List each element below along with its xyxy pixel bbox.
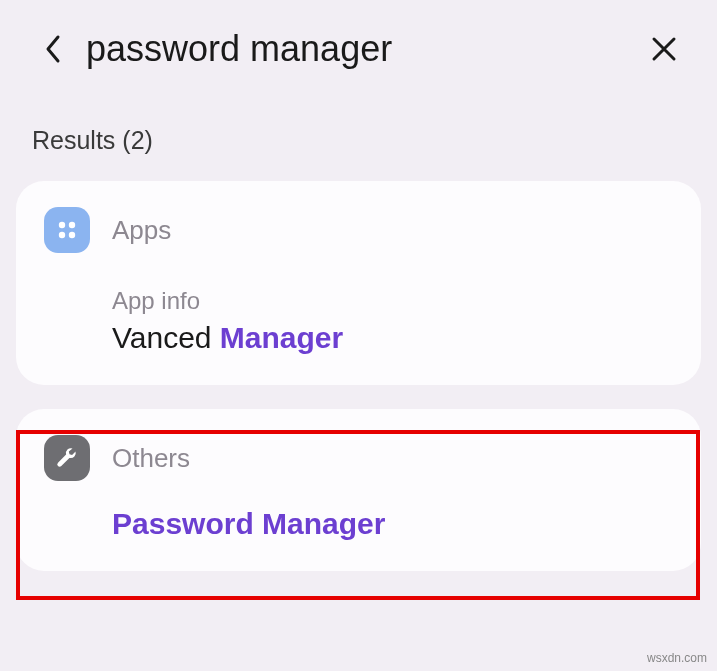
result-text-highlight: Manager xyxy=(220,321,343,354)
others-section-label: Others xyxy=(112,443,190,474)
others-icon xyxy=(44,435,90,481)
svg-point-3 xyxy=(69,232,75,238)
search-input[interactable]: password manager xyxy=(86,28,647,70)
clear-search-button[interactable] xyxy=(647,32,681,66)
watermark-text: wsxdn.com xyxy=(647,651,707,665)
apps-icon xyxy=(44,207,90,253)
svg-point-2 xyxy=(59,232,65,238)
result-item-subtitle: App info xyxy=(112,287,673,315)
apps-section-card: Apps App info Vanced Manager xyxy=(16,181,701,385)
svg-point-1 xyxy=(69,222,75,228)
result-text-plain: Vanced xyxy=(112,321,220,354)
apps-section-label: Apps xyxy=(112,215,171,246)
others-section-card: Others Password Manager xyxy=(16,409,701,571)
others-section-header: Others xyxy=(44,435,673,481)
svg-point-0 xyxy=(59,222,65,228)
results-count-label: Results (2) xyxy=(0,90,717,173)
result-item-vanced-manager[interactable]: Vanced Manager xyxy=(112,321,673,355)
close-icon xyxy=(651,36,677,62)
back-button[interactable] xyxy=(38,34,68,64)
apps-section-header: Apps xyxy=(44,207,673,253)
result-item-password-manager[interactable]: Password Manager xyxy=(112,507,673,541)
search-header: password manager xyxy=(0,0,717,90)
chevron-left-icon xyxy=(44,34,62,64)
wrench-icon xyxy=(54,445,80,471)
